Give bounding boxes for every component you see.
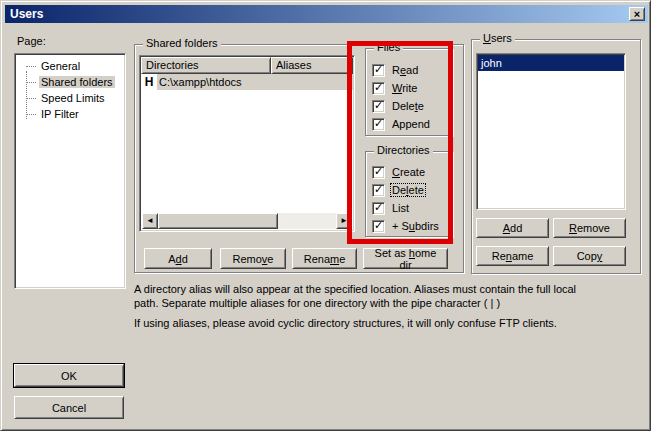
close-icon: ×	[634, 9, 640, 19]
file-delete-label[interactable]: Delete	[391, 100, 425, 112]
page-list: General Shared folders Speed Limits IP F…	[14, 53, 126, 289]
remove-user-button[interactable]: Remove	[553, 218, 626, 238]
read-checkbox[interactable]: ✓	[372, 64, 385, 77]
write-checkbox[interactable]: ✓	[372, 82, 385, 95]
page-item-speed-limits[interactable]: Speed Limits	[17, 90, 123, 106]
set-as-home-dir-button[interactable]: Set as home dir	[363, 248, 448, 269]
copy-user-button[interactable]: Copy	[553, 246, 626, 266]
files-read-checkbox-row: ✓ Read	[372, 63, 419, 77]
user-item-john[interactable]: john	[478, 55, 624, 71]
directories-list: Directories Aliases H C:\xampp\htdocs ◄ …	[139, 55, 355, 232]
rename-folder-button[interactable]: Rename	[292, 248, 357, 269]
users-list: john	[476, 53, 626, 210]
dirs-delete-checkbox-row: ✓ Delete	[372, 183, 425, 197]
create-label[interactable]: Create	[391, 166, 426, 178]
page-item-shared-folders[interactable]: Shared folders	[17, 74, 123, 90]
scroll-right-icon: ►	[340, 217, 348, 225]
file-delete-checkbox[interactable]: ✓	[372, 100, 385, 113]
files-delete-checkbox-row: ✓ Delete	[372, 99, 425, 113]
directory-row[interactable]: H C:\xampp\htdocs	[141, 74, 353, 90]
check-icon: ✓	[374, 184, 383, 195]
dialog-title: Users	[10, 7, 43, 21]
alias-note-line2: path. Separate multiple aliases for one …	[134, 297, 500, 309]
shared-folders-group-label: Shared folders	[143, 37, 221, 49]
users-group-label: Users	[480, 32, 515, 44]
append-label[interactable]: Append	[391, 118, 431, 130]
alias-note-line1: A directory alias will also appear at th…	[134, 283, 576, 295]
write-label[interactable]: Write	[391, 82, 418, 94]
list-label[interactable]: List	[391, 202, 410, 214]
scroll-left-button[interactable]: ◄	[142, 213, 158, 229]
check-icon: ✓	[374, 118, 383, 129]
subdirs-checkbox[interactable]: ✓	[372, 220, 385, 233]
dirs-create-checkbox-row: ✓ Create	[372, 165, 426, 179]
add-user-button[interactable]: Add	[476, 218, 549, 238]
scroll-right-button[interactable]: ►	[336, 213, 352, 229]
directories-group-label: Directories	[374, 144, 433, 156]
page-item-general[interactable]: General	[17, 58, 123, 74]
check-icon: ✓	[374, 202, 383, 213]
subdirs-label[interactable]: + Subdirs	[391, 220, 440, 232]
users-dialog: Users × Page: General Shared folders Spe…	[0, 0, 651, 431]
create-checkbox[interactable]: ✓	[372, 166, 385, 179]
cancel-button[interactable]: Cancel	[14, 396, 124, 419]
dirs-list-checkbox-row: ✓ List	[372, 201, 410, 215]
scroll-left-icon: ◄	[146, 217, 154, 225]
check-icon: ✓	[374, 82, 383, 93]
files-group-label: Files	[374, 41, 403, 53]
append-checkbox[interactable]: ✓	[372, 118, 385, 131]
dir-delete-label[interactable]: Delete	[391, 184, 425, 196]
column-header-directories[interactable]: Directories	[141, 57, 271, 74]
dir-delete-checkbox[interactable]: ✓	[372, 184, 385, 197]
directory-path: C:\xampp\htdocs	[157, 74, 353, 90]
cyclic-note: If using aliases, please avoid cyclic di…	[134, 317, 557, 329]
list-checkbox[interactable]: ✓	[372, 202, 385, 215]
dirs-subdirs-checkbox-row: ✓ + Subdirs	[372, 219, 440, 233]
rename-user-button[interactable]: Rename	[476, 246, 549, 266]
scrollbar-thumb[interactable]	[158, 213, 278, 229]
directories-list-header: Directories Aliases	[141, 57, 353, 74]
horizontal-scrollbar[interactable]: ◄ ►	[142, 213, 352, 229]
scrollbar-track[interactable]	[158, 213, 336, 229]
home-dir-marker: H	[141, 74, 157, 90]
check-icon: ✓	[374, 166, 383, 177]
read-label[interactable]: Read	[391, 64, 419, 76]
column-header-aliases[interactable]: Aliases	[271, 57, 353, 74]
page-tree: General Shared folders Speed Limits IP F…	[17, 58, 123, 122]
page-label: Page:	[17, 35, 46, 47]
ok-button[interactable]: OK	[14, 364, 124, 387]
files-append-checkbox-row: ✓ Append	[372, 117, 431, 131]
check-icon: ✓	[374, 220, 383, 231]
files-write-checkbox-row: ✓ Write	[372, 81, 418, 95]
remove-folder-button[interactable]: Remove	[220, 248, 286, 269]
title-bar[interactable]: Users ×	[5, 5, 648, 23]
check-icon: ✓	[374, 100, 383, 111]
close-button[interactable]: ×	[629, 7, 645, 21]
check-icon: ✓	[374, 64, 383, 75]
page-item-ip-filter[interactable]: IP Filter	[17, 106, 123, 122]
add-folder-button[interactable]: Add	[144, 248, 212, 269]
